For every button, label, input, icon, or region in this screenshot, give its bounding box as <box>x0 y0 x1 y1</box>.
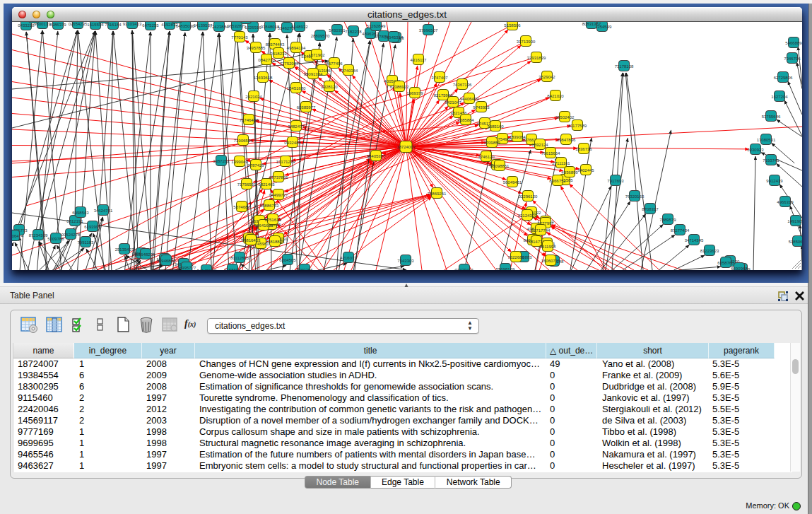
svg-text:69847896: 69847896 <box>557 138 576 142</box>
svg-text:5674680: 5674680 <box>233 205 250 209</box>
svg-text:54145868: 54145868 <box>197 269 216 271</box>
svg-text:1671902: 1671902 <box>308 53 325 57</box>
svg-text:0932480: 0932480 <box>284 141 301 145</box>
svg-text:3285884: 3285884 <box>457 118 474 122</box>
svg-text:3518233: 3518233 <box>270 52 287 56</box>
svg-text:29946804: 29946804 <box>157 259 176 263</box>
svg-text:17080531: 17080531 <box>757 138 776 142</box>
svg-text:9402445: 9402445 <box>577 168 594 173</box>
svg-text:7770143: 7770143 <box>231 35 248 40</box>
svg-text:67737826: 67737826 <box>269 175 288 180</box>
svg-text:0330923: 0330923 <box>747 148 764 152</box>
svg-text:0842710: 0842710 <box>258 58 275 62</box>
svg-text:1592124: 1592124 <box>531 143 548 147</box>
svg-text:8148932: 8148932 <box>291 25 308 29</box>
svg-text:31713900: 31713900 <box>517 40 536 44</box>
svg-text:55698169: 55698169 <box>496 267 515 271</box>
svg-text:5430391: 5430391 <box>329 28 346 33</box>
svg-text:2328120: 2328120 <box>321 85 338 89</box>
svg-text:5158506: 5158506 <box>504 23 521 28</box>
svg-text:96532871: 96532871 <box>228 24 247 28</box>
svg-text:0812191: 0812191 <box>66 219 83 223</box>
svg-text:87277434: 87277434 <box>671 228 690 233</box>
svg-text:02606474: 02606474 <box>12 234 24 238</box>
svg-text:53755646: 53755646 <box>762 115 781 119</box>
svg-text:60385977: 60385977 <box>297 105 316 110</box>
svg-text:3158692: 3158692 <box>224 268 241 271</box>
svg-text:94406409: 94406409 <box>460 97 479 101</box>
svg-text:7622683: 7622683 <box>507 255 524 259</box>
svg-text:4966319: 4966319 <box>777 200 794 204</box>
svg-text:34714345: 34714345 <box>685 238 704 243</box>
svg-text:36995777: 36995777 <box>177 266 196 270</box>
svg-text:27111161: 27111161 <box>552 161 570 165</box>
svg-text:81223623: 81223623 <box>700 249 719 253</box>
svg-text:73178108: 73178108 <box>615 64 634 69</box>
svg-text:34624751: 34624751 <box>94 209 113 213</box>
svg-text:37996507: 37996507 <box>419 28 438 33</box>
svg-text:80831367: 80831367 <box>582 22 601 26</box>
svg-text:7991183: 7991183 <box>78 240 95 245</box>
svg-text:5009788: 5009788 <box>47 237 64 241</box>
svg-text:3387262: 3387262 <box>213 159 230 163</box>
svg-text:9912419: 9912419 <box>766 179 783 183</box>
svg-text:15451680: 15451680 <box>287 86 306 90</box>
svg-text:71756551: 71756551 <box>237 182 257 187</box>
svg-text:56049451: 56049451 <box>503 180 522 185</box>
svg-text:81177589: 81177589 <box>568 124 587 128</box>
svg-text:96405377: 96405377 <box>367 154 386 158</box>
svg-text:34957885: 34957885 <box>247 46 266 50</box>
svg-text:85574443: 85574443 <box>266 42 285 47</box>
svg-text:7346706: 7346706 <box>784 57 801 61</box>
svg-text:1969379: 1969379 <box>406 91 423 95</box>
svg-text:65648236: 65648236 <box>136 252 155 257</box>
svg-text:8677496: 8677496 <box>326 62 343 66</box>
svg-text:79740344: 79740344 <box>339 69 358 73</box>
svg-text:28809570: 28809570 <box>311 34 330 38</box>
svg-text:8708317: 8708317 <box>642 207 659 211</box>
svg-text:7193745: 7193745 <box>763 158 779 163</box>
svg-text:6475255: 6475255 <box>142 23 159 28</box>
svg-text:77752047: 77752047 <box>280 62 299 66</box>
svg-text:04499727: 04499727 <box>269 193 288 197</box>
svg-text:3709859: 3709859 <box>483 141 500 145</box>
svg-text:13493618: 13493618 <box>254 76 273 80</box>
svg-text:51850671: 51850671 <box>789 240 802 244</box>
svg-text:3685160: 3685160 <box>487 124 504 129</box>
svg-text:00524278: 00524278 <box>61 233 81 237</box>
svg-text:49894134: 49894134 <box>287 46 306 50</box>
svg-text:93103413: 93103413 <box>123 22 142 26</box>
svg-text:71906594: 71906594 <box>234 139 253 143</box>
svg-text:6204505: 6204505 <box>279 258 296 262</box>
svg-text:6193990: 6193990 <box>84 225 101 229</box>
svg-text:9421047: 9421047 <box>445 100 461 105</box>
svg-text:4316117: 4316117 <box>411 58 428 62</box>
svg-text:75869261: 75869261 <box>428 192 447 196</box>
svg-text:28098851: 28098851 <box>490 164 510 168</box>
svg-text:32931839: 32931839 <box>527 56 546 60</box>
svg-text:62729806: 62729806 <box>774 76 793 80</box>
svg-text:8421020: 8421020 <box>547 94 564 98</box>
svg-text:99091334: 99091334 <box>304 72 323 76</box>
svg-text:6690967: 6690967 <box>731 267 748 271</box>
svg-text:13171274: 13171274 <box>276 160 295 164</box>
svg-text:1491905: 1491905 <box>787 219 802 223</box>
svg-text:5411998: 5411998 <box>540 245 557 249</box>
svg-text:9821465: 9821465 <box>258 182 275 187</box>
svg-text:76320163: 76320163 <box>625 194 645 199</box>
svg-text:80112805: 80112805 <box>230 256 249 260</box>
svg-text:16060715: 16060715 <box>541 259 560 263</box>
svg-text:74367136: 74367136 <box>453 83 472 87</box>
svg-text:7917693: 7917693 <box>607 179 624 183</box>
svg-text:1836736: 1836736 <box>575 147 592 151</box>
svg-text:9743953: 9743953 <box>473 105 490 110</box>
svg-text:3529042: 3529042 <box>539 75 555 79</box>
svg-text:8386379: 8386379 <box>49 23 66 27</box>
svg-text:8366752: 8366752 <box>549 179 566 183</box>
svg-text:7182278: 7182278 <box>345 30 362 34</box>
svg-text:72423884: 72423884 <box>210 25 229 29</box>
svg-text:57262849: 57262849 <box>367 24 386 28</box>
svg-text:0433218: 0433218 <box>18 23 35 28</box>
svg-text:3482477: 3482477 <box>288 124 305 129</box>
svg-text:2787429: 2787429 <box>247 163 264 168</box>
